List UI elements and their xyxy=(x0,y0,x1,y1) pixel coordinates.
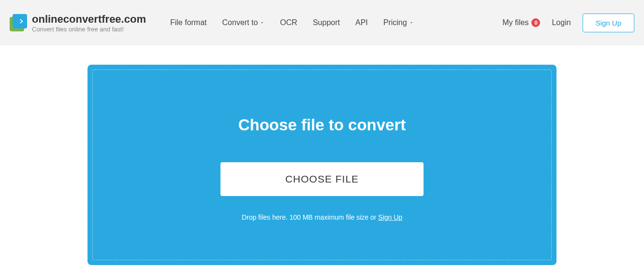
dropzone-signup-link[interactable]: Sign Up xyxy=(378,213,402,221)
nav-api-label: API xyxy=(355,18,368,27)
my-files-badge: 0 xyxy=(531,18,540,27)
header-actions: My files 0 Login Sign Up xyxy=(502,14,634,32)
nav-support-label: Support xyxy=(313,18,340,27)
nav-pricing-label: Pricing xyxy=(383,18,407,27)
logo-icon xyxy=(10,14,27,31)
dropzone-hint: Drop files here. 100 MB maximum file siz… xyxy=(242,213,402,221)
nav-convert-to-label: Convert to xyxy=(222,18,258,27)
main-content: Choose file to convert CHOOSE FILE Drop … xyxy=(0,45,644,267)
nav-ocr-label: OCR xyxy=(280,18,297,27)
nav-pricing[interactable]: Pricing xyxy=(383,18,414,27)
dropzone-inner: Choose file to convert CHOOSE FILE Drop … xyxy=(92,70,552,260)
nav-convert-to[interactable]: Convert to xyxy=(222,18,265,27)
nav-file-format[interactable]: File format xyxy=(170,18,207,27)
dropzone[interactable]: Choose file to convert CHOOSE FILE Drop … xyxy=(88,65,556,265)
main-nav: File format Convert to OCR Support API P… xyxy=(170,18,502,27)
my-files-label: My files xyxy=(502,18,528,27)
nav-ocr[interactable]: OCR xyxy=(280,18,297,27)
my-files-link[interactable]: My files 0 xyxy=(502,18,540,27)
header: onlineconvertfree.com Convert files onli… xyxy=(0,0,644,45)
login-link[interactable]: Login xyxy=(552,18,571,27)
brand-title: onlineconvertfree.com xyxy=(32,13,146,26)
choose-file-button[interactable]: CHOOSE FILE xyxy=(220,162,424,196)
signup-button[interactable]: Sign Up xyxy=(583,14,634,32)
brand-tagline: Convert files online free and fast! xyxy=(32,26,146,33)
dropzone-hint-text: Drop files here. 100 MB maximum file siz… xyxy=(242,213,378,221)
chevron-down-icon xyxy=(260,20,264,25)
chevron-down-icon xyxy=(409,20,414,25)
dropzone-title: Choose file to convert xyxy=(238,116,406,134)
arrow-right-icon xyxy=(15,17,24,26)
nav-file-format-label: File format xyxy=(170,18,207,27)
logo-block[interactable]: onlineconvertfree.com Convert files onli… xyxy=(10,13,146,33)
nav-support[interactable]: Support xyxy=(313,18,340,27)
nav-api[interactable]: API xyxy=(355,18,368,27)
